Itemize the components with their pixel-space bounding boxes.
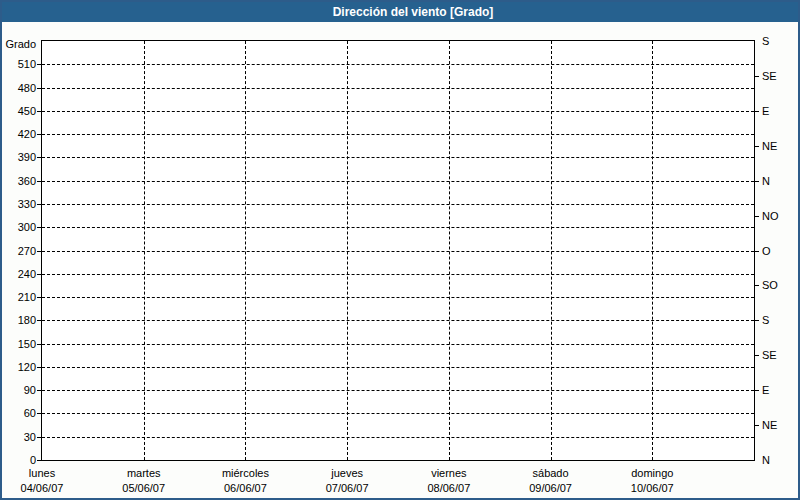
- h-gridline: [42, 227, 754, 228]
- y-tick-label: 390: [2, 150, 36, 164]
- compass-tick-mark: [755, 285, 759, 286]
- y-tick-mark: [37, 157, 41, 158]
- y-tick-label: 120: [2, 360, 36, 374]
- y-tick-label: 330: [2, 197, 36, 211]
- v-gridline: [347, 41, 348, 460]
- y-tick-mark: [37, 460, 41, 461]
- y-tick-label: 510: [2, 57, 36, 71]
- h-gridline: [42, 320, 754, 321]
- x-day-label: domingo: [592, 466, 712, 480]
- y-tick-mark: [37, 413, 41, 414]
- compass-tick-label: NE: [762, 418, 777, 432]
- y-tick-mark: [37, 437, 41, 438]
- compass-tick-label: O: [762, 244, 771, 258]
- compass-tick-label: S: [762, 34, 769, 48]
- chart-window: Dirección del viento [Grado] Grado 03060…: [0, 0, 800, 500]
- y-tick-label: 150: [2, 337, 36, 351]
- compass-tick-mark: [755, 251, 759, 252]
- y-tick-label: 360: [2, 174, 36, 188]
- compass-tick-mark: [755, 76, 759, 77]
- y-tick-label: 240: [2, 267, 36, 281]
- compass-tick-label: SE: [762, 348, 777, 362]
- chart-title: Dirección del viento [Grado]: [333, 5, 494, 19]
- y-tick-label: 30: [2, 430, 36, 444]
- h-gridline: [42, 251, 754, 252]
- y-tick-mark: [37, 320, 41, 321]
- h-gridline: [42, 88, 754, 89]
- h-gridline: [42, 390, 754, 391]
- compass-tick-label: E: [762, 383, 769, 397]
- compass-tick-mark: [755, 425, 759, 426]
- compass-tick-mark: [755, 355, 759, 356]
- h-gridline: [42, 134, 754, 135]
- v-gridline: [144, 41, 145, 460]
- y-tick-label: 90: [2, 383, 36, 397]
- v-gridline: [245, 41, 246, 460]
- h-gridline: [42, 437, 754, 438]
- h-gridline: [42, 297, 754, 298]
- y-tick-mark: [37, 64, 41, 65]
- y-tick-mark: [37, 297, 41, 298]
- y-tick-mark: [37, 344, 41, 345]
- y-tick-mark: [37, 111, 41, 112]
- compass-tick-label: N: [762, 453, 770, 467]
- y-tick-mark: [37, 181, 41, 182]
- h-gridline: [42, 413, 754, 414]
- y-tick-label: 60: [2, 406, 36, 420]
- compass-tick-mark: [755, 216, 759, 217]
- compass-tick-mark: [755, 181, 759, 182]
- y-tick-label: 180: [2, 313, 36, 327]
- h-gridline: [42, 204, 754, 205]
- y-tick-label: 480: [2, 81, 36, 95]
- plot-area: [41, 40, 755, 461]
- y-tick-mark: [37, 367, 41, 368]
- y-tick-label: 0: [2, 453, 36, 467]
- y-tick-mark: [37, 274, 41, 275]
- compass-tick-label: SO: [762, 278, 778, 292]
- v-gridline: [449, 41, 450, 460]
- h-gridline: [42, 367, 754, 368]
- compass-tick-label: NE: [762, 139, 777, 153]
- y-tick-mark: [37, 251, 41, 252]
- y-axis-label: Grado: [2, 37, 36, 51]
- y-tick-label: 210: [2, 290, 36, 304]
- h-gridline: [42, 181, 754, 182]
- title-bar: Dirección del viento [Grado]: [2, 2, 798, 22]
- y-tick-label: 270: [2, 244, 36, 258]
- y-tick-label: 450: [2, 104, 36, 118]
- v-gridline: [652, 41, 653, 460]
- y-tick-mark: [37, 204, 41, 205]
- compass-tick-mark: [755, 111, 759, 112]
- h-gridline: [42, 274, 754, 275]
- y-tick-mark: [37, 88, 41, 89]
- compass-tick-label: E: [762, 104, 769, 118]
- compass-tick-mark: [755, 146, 759, 147]
- compass-tick-label: SE: [762, 69, 777, 83]
- h-gridline: [42, 344, 754, 345]
- y-tick-mark: [37, 390, 41, 391]
- v-gridline: [551, 41, 552, 460]
- compass-tick-mark: [755, 320, 759, 321]
- h-gridline: [42, 111, 754, 112]
- compass-tick-label: NO: [762, 209, 779, 223]
- y-tick-label: 420: [2, 127, 36, 141]
- y-tick-mark: [37, 134, 41, 135]
- compass-tick-label: S: [762, 313, 769, 327]
- h-gridline: [42, 64, 754, 65]
- y-tick-mark: [37, 227, 41, 228]
- h-gridline: [42, 157, 754, 158]
- x-date-label: 10/06/07: [592, 481, 712, 495]
- y-tick-label: 300: [2, 220, 36, 234]
- compass-tick-mark: [755, 390, 759, 391]
- compass-tick-label: N: [762, 174, 770, 188]
